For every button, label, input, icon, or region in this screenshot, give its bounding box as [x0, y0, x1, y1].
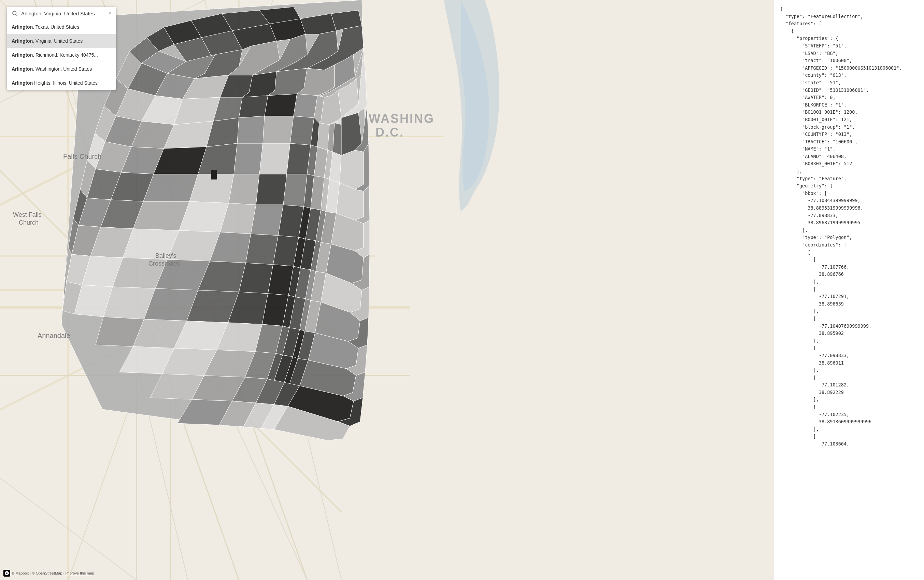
search-icon [12, 10, 18, 16]
svg-marker-99 [256, 174, 287, 205]
json-content: { "type": "FeatureCollection", "features… [780, 5, 918, 448]
search-results-list: Arlington, Texas, United StatesArlington… [7, 20, 116, 90]
svg-marker-91 [339, 150, 364, 189]
svg-marker-113 [251, 205, 283, 236]
svg-marker-98 [229, 174, 259, 205]
search-result-item[interactable]: Arlington, Washington, United States [7, 62, 116, 76]
json-panel[interactable]: { "type": "FeatureCollection", "features… [774, 0, 924, 580]
search-result-item[interactable]: Arlington, Virginia, United States [7, 34, 116, 48]
svg-line-206 [16, 14, 17, 16]
search-input[interactable] [21, 11, 106, 16]
svg-marker-84 [234, 143, 263, 174]
mapbox-logo [3, 570, 10, 577]
svg-text:Church: Church [19, 219, 39, 226]
search-result-item[interactable]: Arlington Heights, Illinois, United Stat… [7, 76, 116, 90]
svg-marker-58 [239, 96, 268, 118]
svg-rect-196 [211, 170, 217, 180]
svg-text:West Falls: West Falls [13, 211, 42, 218]
svg-marker-86 [287, 143, 311, 174]
svg-text:Falls Church: Falls Church [63, 153, 101, 160]
svg-marker-76 [333, 123, 341, 155]
search-input-wrapper: × [7, 7, 116, 20]
svg-marker-85 [259, 143, 290, 174]
svg-text:WASHING: WASHING [369, 112, 435, 125]
svg-marker-74 [318, 123, 329, 150]
svg-marker-59 [265, 94, 297, 116]
svg-text:D.C.: D.C. [376, 125, 404, 139]
attribution: © Mapbox · © OpenStreetMap · Improve thi… [3, 570, 94, 577]
svg-marker-71 [263, 116, 293, 143]
svg-marker-72 [290, 116, 314, 145]
search-result-item[interactable]: Arlington, Richmond, Kentucky 40475... [7, 48, 116, 62]
search-result-item[interactable]: Arlington, Texas, United States [7, 20, 116, 34]
map-container: WASHING D.C. Falls Church West Falls Chu… [0, 0, 924, 580]
search-clear-button[interactable]: × [108, 11, 111, 16]
svg-point-205 [13, 11, 16, 15]
svg-marker-127 [246, 234, 278, 265]
search-box: × Arlington, Texas, United StatesArlingt… [7, 7, 116, 90]
svg-point-208 [6, 572, 8, 574]
attribution-text: © Mapbox · © OpenStreetMap · Improve thi… [12, 571, 94, 575]
svg-text:Crossroads: Crossroads [148, 260, 180, 267]
svg-marker-60 [293, 94, 318, 118]
svg-text:Bailey's: Bailey's [155, 252, 176, 259]
svg-marker-100 [283, 174, 307, 206]
svg-marker-70 [237, 116, 265, 143]
svg-text:Annandale: Annandale [38, 332, 70, 339]
